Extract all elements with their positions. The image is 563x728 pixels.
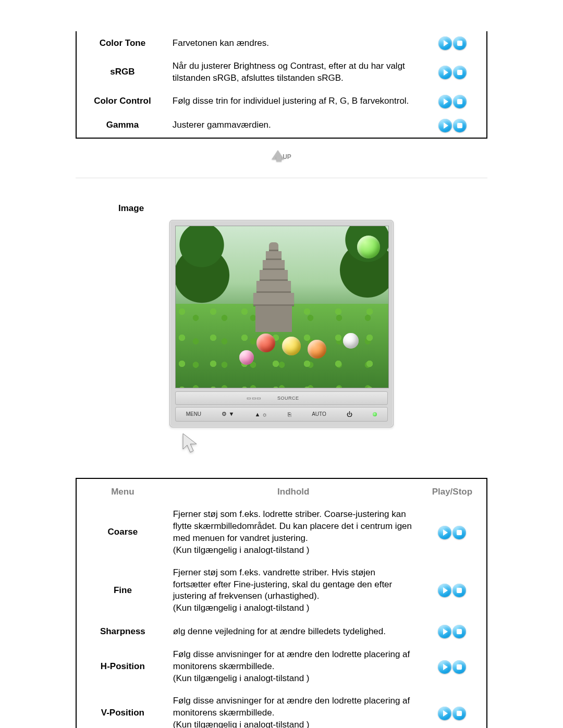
playstop-cell [419, 114, 486, 138]
table-row: Gamma Justerer gammaværdien. [77, 114, 486, 138]
table-row: Color Tone Farvetonen kan ændres. [77, 31, 486, 55]
monitor-front-panel: ▭▭▭ SOURCE [175, 391, 388, 405]
table-row: Color Control Følg disse trin for indivi… [77, 90, 486, 114]
table-row: Sharpness ølg denne vejledning for at æn… [77, 620, 486, 644]
page: Color Tone Farvetonen kan ændres. sRGB N… [0, 0, 563, 728]
menu-cell-h-position: H-Position [77, 644, 169, 690]
mouse-cursor-icon [169, 431, 394, 459]
play-icon[interactable] [438, 625, 451, 638]
menu-cell-coarse: Coarse [77, 503, 169, 562]
table-row: sRGB Når du justerer Brightness og Contr… [77, 55, 486, 90]
color-menu-table: Color Tone Farvetonen kan ændres. sRGB N… [77, 31, 486, 138]
playstop-cell [419, 90, 486, 114]
table-row: Fine Fjerner støj som f.eks. vandrette s… [77, 562, 486, 620]
play-icon[interactable] [438, 36, 452, 50]
menu-cell-color-control: Color Control [77, 90, 168, 114]
content-cell: Fjerner støj som f.eks. lodrette striber… [169, 503, 418, 562]
balloon-yellow-icon [282, 337, 301, 355]
table-row: Coarse Fjerner støj som f.eks. lodrette … [77, 503, 486, 562]
monitor-bezel: ▭▭▭ SOURCE MENU ⚙ ▼ ▲ ☼ ⎘ AUTO ⏻ [169, 220, 394, 427]
menu-cell-gamma: Gamma [77, 114, 168, 138]
monitor-screen [175, 226, 389, 388]
content-cell: Følg disse trin for individuel justering… [168, 90, 419, 114]
stop-icon[interactable] [452, 526, 466, 539]
content-cell: Når du justerer Brightness og Contrast, … [168, 55, 419, 90]
power-led-icon [373, 412, 377, 416]
play-icon[interactable] [438, 526, 451, 539]
monitor-button-bar: MENU ⚙ ▼ ▲ ☼ ⎘ AUTO ⏻ [175, 407, 388, 422]
stop-icon[interactable] [453, 119, 467, 132]
power-button[interactable]: ⏻ [347, 411, 352, 417]
content-cell: ølg denne vejledning for at ændre billed… [169, 620, 418, 644]
playstop-cell [418, 562, 486, 620]
stop-icon[interactable] [452, 660, 466, 674]
content-cell: Følg disse anvisninger for at ændre den … [169, 690, 418, 728]
garden-scene [176, 226, 388, 388]
stop-icon[interactable] [453, 36, 467, 50]
section-title-image: Image [111, 203, 452, 214]
content-cell: Farvetonen kan ændres. [168, 31, 419, 55]
header-playstop: Play/Stop [418, 479, 486, 503]
play-icon[interactable] [438, 584, 451, 597]
scroll-up-button[interactable]: UP [272, 148, 291, 162]
color-menu-table-frame: Color Tone Farvetonen kan ændres. sRGB N… [76, 31, 487, 139]
stop-icon[interactable] [452, 584, 466, 597]
pagoda-icon [253, 242, 295, 341]
up-adjust-button[interactable]: ▲ ☼ [255, 411, 267, 417]
content-cell: Følg disse anvisninger for at ændre den … [169, 644, 418, 690]
play-icon[interactable] [438, 66, 452, 79]
play-icon[interactable] [438, 119, 452, 132]
auto-button-label[interactable]: AUTO [312, 411, 326, 417]
balloon-orange-icon [308, 340, 326, 359]
menu-cell-fine: Fine [77, 562, 169, 620]
play-icon[interactable] [438, 707, 451, 720]
playstop-cell [419, 55, 486, 90]
content-cell: Fjerner støj som f.eks. vandrette stribe… [169, 562, 418, 620]
source-button[interactable]: ⎘ [288, 411, 291, 417]
play-icon[interactable] [438, 660, 451, 674]
brand-logo: ▭▭▭ [247, 396, 262, 401]
stop-icon[interactable] [453, 66, 467, 79]
menu-cell-srgb: sRGB [77, 55, 168, 90]
playstop-cell [419, 31, 486, 55]
playstop-cell [418, 503, 486, 562]
balloon-green-icon [357, 236, 380, 258]
content-cell: Justerer gammaværdien. [168, 114, 419, 138]
menu-cell-color-tone: Color Tone [77, 31, 168, 55]
header-menu: Menu [77, 479, 169, 503]
stop-icon[interactable] [453, 95, 467, 108]
down-adjust-button[interactable]: ⚙ ▼ [222, 411, 234, 417]
play-icon[interactable] [438, 95, 452, 108]
table-header-row: Menu Indhold Play/Stop [77, 479, 486, 503]
stop-icon[interactable] [452, 625, 466, 638]
stop-icon[interactable] [452, 707, 466, 720]
playstop-cell [418, 620, 486, 644]
table-row: V-Position Følg disse anvisninger for at… [77, 690, 486, 728]
table-row: H-Position Følg disse anvisninger for at… [77, 644, 486, 690]
menu-button-label[interactable]: MENU [186, 411, 201, 417]
menu-cell-sharpness: Sharpness [77, 620, 169, 644]
playstop-cell [418, 644, 486, 690]
menu-cell-v-position: V-Position [77, 690, 169, 728]
playstop-cell [418, 690, 486, 728]
monitor-illustration: ▭▭▭ SOURCE MENU ⚙ ▼ ▲ ☼ ⎘ AUTO ⏻ [169, 220, 394, 459]
balloon-red-icon [256, 334, 275, 352]
image-menu-table: Menu Indhold Play/Stop Coarse Fjerner st… [77, 479, 486, 728]
separator [76, 178, 487, 178]
source-label: SOURCE [277, 396, 299, 401]
header-content: Indhold [169, 479, 418, 503]
image-menu-table-frame: Menu Indhold Play/Stop Coarse Fjerner st… [76, 478, 487, 728]
